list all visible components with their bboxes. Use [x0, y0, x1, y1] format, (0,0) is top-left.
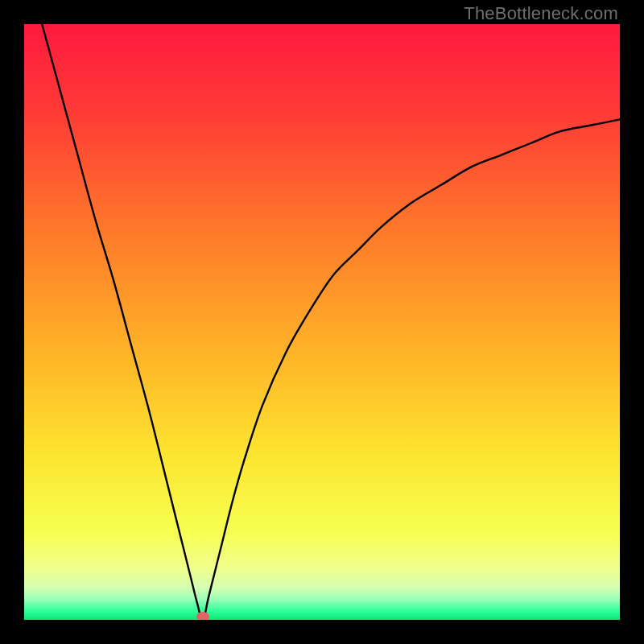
watermark-text: TheBottleneck.com [464, 3, 618, 24]
bottleneck-chart [24, 24, 620, 620]
gradient-background [24, 24, 620, 620]
plot-area [24, 24, 620, 620]
chart-frame: TheBottleneck.com [0, 0, 644, 644]
